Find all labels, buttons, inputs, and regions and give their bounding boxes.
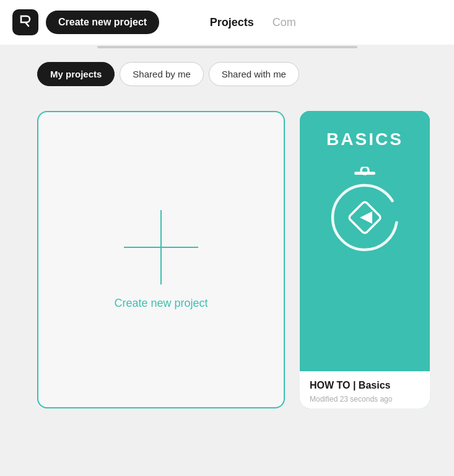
nav-projects[interactable]: Projects (210, 14, 254, 32)
basics-card-top: BASICS (300, 111, 430, 371)
header: Create new project Projects Com (0, 0, 454, 45)
basics-modified-time: Modified 23 seconds ago (310, 395, 420, 403)
basics-card-bottom: HOW TO | Basics Modified 23 seconds ago (300, 371, 430, 408)
tab-bar: My projects Shared by me Shared with me (0, 50, 454, 99)
plus-vertical-line (160, 210, 162, 284)
basics-project-card[interactable]: BASICS HOW TO | Basics Modi (300, 111, 430, 408)
tab-my-projects[interactable]: My projects (37, 62, 115, 86)
svg-marker-4 (360, 211, 372, 224)
basics-title: BASICS (326, 130, 403, 149)
create-new-project-card[interactable]: Create new project (37, 111, 285, 408)
create-card-label: Create new project (114, 297, 207, 310)
logo-icon (18, 14, 33, 32)
tab-shared-with-me[interactable]: Shared with me (209, 62, 299, 86)
logo-button[interactable] (12, 9, 38, 35)
tab-shared-by-me[interactable]: Shared by me (120, 62, 203, 86)
scroll-indicator (97, 46, 357, 48)
projects-area: Create new project BASICS (0, 99, 454, 421)
create-new-project-button[interactable]: Create new project (46, 11, 159, 34)
stopwatch-icon (325, 168, 405, 255)
basics-project-title: HOW TO | Basics (310, 380, 420, 391)
scroll-bar-area (0, 45, 454, 50)
plus-icon (124, 210, 198, 284)
header-nav: Projects Com (210, 14, 296, 32)
nav-community[interactable]: Com (273, 14, 296, 32)
